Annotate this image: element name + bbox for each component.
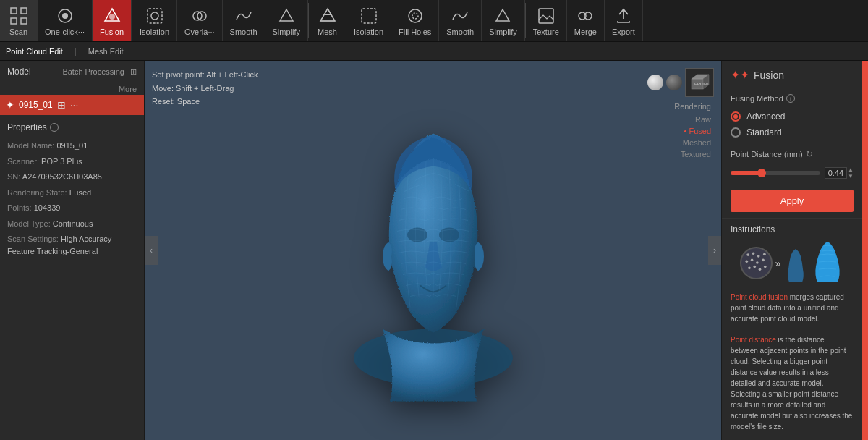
toolbar-simplify2[interactable]: Simplify — [482, 0, 525, 41]
svg-point-33 — [763, 253, 766, 255]
svg-marker-12 — [280, 9, 293, 21]
more-button[interactable]: More — [0, 83, 144, 95]
smooth2-label: Smooth — [446, 28, 474, 36]
svg-text:FRONT: FRONT — [694, 82, 710, 86]
toolbar-one-click[interactable]: One-click··· — [38, 0, 93, 41]
side-strip — [862, 61, 868, 440]
svg-rect-22 — [539, 9, 553, 23]
texture-label: Texture — [533, 28, 559, 36]
apply-button[interactable]: Apply — [731, 190, 854, 212]
toolbar-simplify[interactable]: Simplify — [265, 0, 309, 41]
hint-move: Move: Shift + Left-Drag — [152, 82, 258, 96]
svg-point-34 — [745, 260, 748, 263]
nav-cube[interactable]: FRONT — [685, 68, 714, 97]
inst-highlight-2: Point distance — [731, 336, 776, 344]
slider-container[interactable] — [731, 171, 820, 175]
refresh-icon[interactable]: ↻ — [806, 149, 813, 159]
batch-processing-label[interactable]: Batch Processing — [62, 67, 124, 76]
inst-models-group — [783, 240, 844, 286]
rendering-meshed[interactable]: Meshed — [680, 138, 714, 148]
radio-advanced[interactable]: Advanced — [731, 109, 854, 124]
toolbar-merge[interactable]: Merge — [567, 0, 605, 41]
panel-header-right: Batch Processing ⊞ — [62, 67, 137, 77]
toolbar-export[interactable]: Export — [605, 0, 643, 41]
slider-value-display[interactable]: 0.44 — [825, 167, 847, 179]
rendering-raw[interactable]: Raw — [692, 114, 714, 124]
svg-point-5 — [62, 13, 68, 19]
grid-icon[interactable]: ⊞ — [57, 99, 66, 111]
prop-rendering-label: Rendering State: — [7, 188, 67, 197]
point-distance-section: Point Distance (mm) ↻ — [722, 143, 862, 162]
main-content: Model Batch Processing ⊞ More ✦ 0915_01 … — [0, 61, 868, 440]
inst-arrows-icon: » — [775, 258, 781, 269]
one-click-icon — [55, 6, 75, 26]
viewport-chevron-right[interactable]: › — [708, 236, 721, 265]
main-toolbar: Scan One-click··· Fusion Isolation Overl… — [0, 0, 868, 42]
left-panel: Model Batch Processing ⊞ More ✦ 0915_01 … — [0, 61, 145, 440]
toolbar-overlap[interactable]: Overla··· — [177, 0, 223, 41]
mesh-label: Mesh — [318, 28, 337, 36]
mesh-icon — [318, 6, 338, 26]
prop-scan-settings: Scan Settings: High Accuracy-Feature Tra… — [7, 233, 137, 257]
sub-toolbar-separator: | — [75, 47, 77, 56]
inst-text-2: is the distance between adjacent points … — [731, 336, 852, 431]
smooth-icon — [234, 6, 254, 26]
instructions-title: Instructions — [731, 224, 854, 234]
prop-model-type-value: Continuous — [53, 219, 93, 228]
simplify-icon — [276, 6, 297, 26]
isolation-icon — [145, 6, 165, 26]
isolation2-label: Isolation — [354, 28, 383, 36]
sphere-icons: FRONT — [647, 68, 714, 97]
viewport-chevron-left[interactable]: ‹ — [145, 236, 158, 265]
svg-point-7 — [109, 14, 115, 20]
merge-label: Merge — [574, 28, 597, 36]
toolbar-isolation2[interactable]: Isolation — [346, 0, 391, 41]
toolbar-mesh[interactable]: Mesh — [309, 0, 346, 41]
sub-toolbar-point-cloud: Point Cloud Edit — [6, 47, 63, 56]
svg-point-35 — [750, 259, 753, 262]
toolbar-smooth[interactable]: Smooth — [223, 0, 265, 41]
svg-point-37 — [762, 259, 765, 262]
light-sphere — [647, 75, 663, 90]
model-item[interactable]: ✦ 0915_01 ⊞ ··· — [0, 95, 144, 115]
radio-standard-label: Standard — [746, 127, 782, 138]
rendering-textured[interactable]: Textured — [678, 149, 714, 159]
right-panel-title: Fusion — [754, 69, 784, 81]
simplify2-label: Simplify — [489, 28, 517, 36]
svg-point-36 — [756, 261, 759, 264]
hint-reset: Reset: Space — [152, 95, 258, 109]
simplify2-icon — [493, 6, 513, 26]
toolbar-fusion[interactable]: Fusion — [93, 0, 132, 41]
slider-up[interactable]: ▲ — [848, 166, 854, 173]
viewport[interactable]: Set pivot point: Alt + Left-Click Move: … — [145, 61, 721, 440]
toolbar-texture[interactable]: Texture — [526, 0, 567, 41]
svg-point-31 — [752, 252, 754, 255]
inst-model-large — [812, 240, 844, 286]
export-label: Export — [612, 28, 635, 36]
toolbar-scan[interactable]: Scan — [0, 0, 38, 41]
dark-sphere — [666, 75, 682, 90]
rendering-fused[interactable]: • Fused — [681, 126, 715, 136]
slider-thumb[interactable] — [757, 169, 766, 177]
slider-down[interactable]: ▼ — [848, 173, 854, 179]
svg-point-9 — [151, 12, 158, 20]
instruction-illustration: » — [731, 240, 854, 286]
radio-standard[interactable]: Standard — [731, 124, 854, 140]
toolbar-isolation[interactable]: Isolation — [132, 0, 177, 41]
radio-group: Advanced Standard — [722, 106, 862, 143]
slider-spinners: ▲ ▼ — [848, 166, 854, 179]
inst-model-small — [783, 248, 809, 286]
3d-model — [310, 83, 556, 418]
prop-model-type: Model Type: Continuous — [7, 218, 137, 230]
svg-rect-8 — [148, 9, 162, 23]
prop-scan-settings-label: Scan Settings: — [7, 234, 59, 243]
toolbar-smooth2[interactable]: Smooth — [439, 0, 482, 41]
panel-header: Model Batch Processing ⊞ — [0, 61, 144, 83]
toolbar-fill-holes[interactable]: Fill Holes — [391, 0, 439, 41]
prop-rendering-value: Fused — [69, 188, 92, 197]
more-dots-icon[interactable]: ··· — [70, 99, 79, 111]
smooth-label: Smooth — [230, 28, 258, 36]
prop-points-value: 104339 — [34, 203, 61, 212]
slider-row: 0.44 ▲ ▼ — [722, 162, 862, 184]
fusion-label: Fusion — [100, 28, 124, 36]
